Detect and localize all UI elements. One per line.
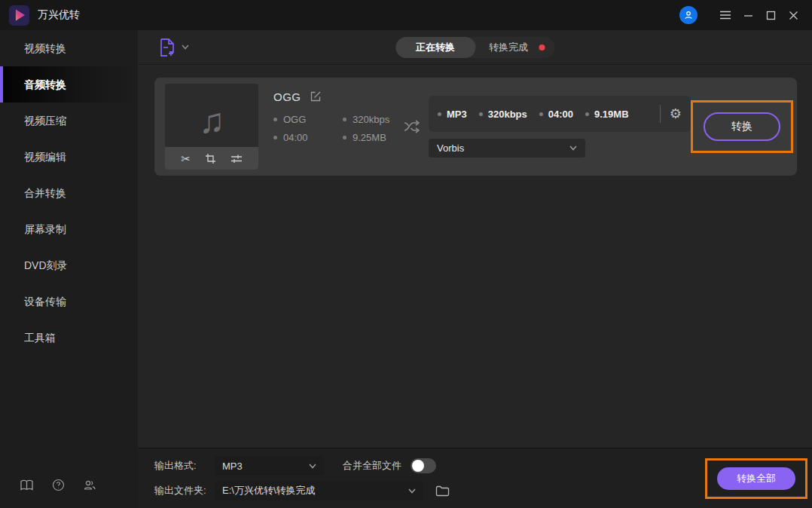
sidebar-item-toolbox[interactable]: 工具箱: [0, 320, 138, 356]
sidebar-item-video-edit[interactable]: 视频编辑: [0, 139, 138, 175]
output-folder-value: E:\万兴优转\转换完成: [222, 484, 316, 497]
crop-icon: [205, 153, 216, 164]
toolbar: 正在转换 转换完成: [138, 30, 812, 65]
output-format-dropdown[interactable]: MP3: [215, 456, 324, 476]
output-folder-dropdown[interactable]: E:\万兴优转\转换完成: [215, 481, 423, 500]
add-file-button[interactable]: [159, 38, 189, 57]
crop-button[interactable]: [205, 153, 216, 164]
menu-button[interactable]: [714, 5, 737, 26]
output-options: 输出格式: MP3 合并全部文件 输出文件夹: E:\: [154, 456, 450, 500]
sidebar-item-dvd-burn[interactable]: DVD刻录: [0, 247, 138, 283]
output-bitrate: 320kbps: [479, 109, 527, 120]
output-size: 9.19MB: [585, 109, 629, 120]
merge-all-label: 合并全部文件: [343, 459, 401, 473]
close-button[interactable]: [782, 5, 804, 26]
output-settings: MP3 320kbps 04:00 9.19MB ⚙ Vorbis: [429, 96, 691, 158]
file-info: OGG OGG 320kbps 04:00 9.25MB: [273, 78, 401, 143]
chevron-down-icon: [569, 145, 577, 151]
output-summary: MP3 320kbps 04:00 9.19MB ⚙: [429, 96, 691, 132]
maximize-button[interactable]: [759, 5, 782, 26]
sidebar-item-device-transfer[interactable]: 设备传输: [0, 283, 138, 320]
output-duration: 04:00: [539, 109, 573, 120]
support-button[interactable]: [83, 479, 96, 491]
file-name: OGG: [273, 90, 301, 103]
browse-folder-button[interactable]: [435, 485, 450, 497]
sidebar-item-merge-convert[interactable]: 合并转换: [0, 175, 138, 211]
encoder-value: Vorbis: [437, 142, 464, 154]
media-thumbnail: ♫ ✂: [165, 84, 258, 170]
task-list: ♫ ✂: [138, 65, 812, 448]
trim-button[interactable]: ✂: [181, 153, 191, 164]
help-button[interactable]: [52, 479, 65, 491]
effects-button[interactable]: [230, 154, 243, 164]
encoder-dropdown[interactable]: Vorbis: [429, 139, 585, 158]
tab-bar: 正在转换 转换完成: [395, 37, 554, 58]
rename-icon[interactable]: [310, 90, 322, 103]
source-format: OGG: [273, 114, 343, 125]
help-icon: [52, 479, 65, 491]
thumbnail-toolbar: ✂: [165, 147, 258, 170]
divider: [660, 105, 661, 123]
add-file-icon: [159, 38, 176, 57]
source-bitrate: 320kbps: [343, 114, 401, 125]
source-duration: 04:00: [273, 132, 343, 143]
folder-icon: [435, 485, 450, 497]
sidebar-item-screen-record[interactable]: 屏幕录制: [0, 211, 138, 247]
sidebar-item-video-compress[interactable]: 视频压缩: [0, 103, 138, 139]
output-format-label: 输出格式:: [154, 459, 215, 473]
book-icon: [20, 479, 34, 491]
task-card: ♫ ✂: [154, 78, 797, 176]
maximize-icon: [766, 11, 776, 20]
account-avatar[interactable]: [679, 6, 698, 24]
output-folder-row: 输出文件夹: E:\万兴优转\转换完成: [154, 481, 450, 500]
source-meta: OGG 320kbps 04:00 9.25MB: [273, 114, 401, 143]
minimize-icon: [743, 11, 753, 20]
app-window: 万兴优转: [0, 0, 812, 508]
toggle-knob: [412, 460, 424, 472]
output-format-value: MP3: [222, 461, 243, 472]
hamburger-icon: [719, 11, 731, 20]
minimize-button[interactable]: [737, 5, 759, 26]
output-format: MP3: [438, 109, 467, 120]
scissors-icon: ✂: [181, 153, 191, 164]
highlight-box-convert: 转换: [691, 100, 793, 153]
bottom-bar: 输出格式: MP3 合并全部文件 输出文件夹: E:\: [138, 448, 812, 508]
merge-all-toggle[interactable]: [411, 458, 436, 473]
completed-badge-dot: [539, 44, 545, 50]
source-size: 9.25MB: [343, 132, 401, 143]
chevron-down-icon[interactable]: [182, 44, 189, 50]
sliders-icon: [230, 154, 243, 164]
music-note-icon: ♫: [199, 100, 225, 141]
user-icon: [683, 10, 694, 20]
main-panel: 正在转换 转换完成 ♫ ✂: [138, 30, 812, 508]
highlight-box-convert-all: 转换全部: [705, 458, 807, 499]
sidebar-footer: [0, 479, 138, 508]
titlebar: 万兴优转: [0, 0, 812, 30]
tab-converting[interactable]: 正在转换: [395, 37, 475, 58]
convert-button[interactable]: 转换: [704, 112, 780, 141]
tab-completed[interactable]: 转换完成: [475, 37, 539, 58]
guide-button[interactable]: [20, 479, 34, 491]
chevron-down-icon: [408, 488, 416, 494]
file-title-row: OGG: [273, 85, 401, 108]
settings-gear-button[interactable]: ⚙: [670, 107, 682, 121]
convert-direction-icon: [403, 118, 421, 135]
app-title: 万兴优转: [38, 8, 80, 22]
sidebar-nav: 视频转换 音频转换 视频压缩 视频编辑 合并转换 屏幕录制 DVD刻录 设备传输…: [0, 30, 138, 356]
sidebar: 视频转换 音频转换 视频压缩 视频编辑 合并转换 屏幕录制 DVD刻录 设备传输…: [0, 30, 138, 508]
people-icon: [83, 479, 96, 491]
chevron-down-icon: [309, 464, 316, 469]
sidebar-item-video-convert[interactable]: 视频转换: [0, 30, 138, 66]
titlebar-controls: [679, 5, 804, 26]
sidebar-item-audio-convert[interactable]: 音频转换: [0, 66, 138, 103]
convert-all-button[interactable]: 转换全部: [717, 467, 795, 490]
output-folder-label: 输出文件夹:: [154, 484, 215, 497]
close-icon: [789, 11, 798, 20]
output-format-row: 输出格式: MP3 合并全部文件: [154, 456, 450, 476]
app-logo-icon: [9, 5, 29, 26]
